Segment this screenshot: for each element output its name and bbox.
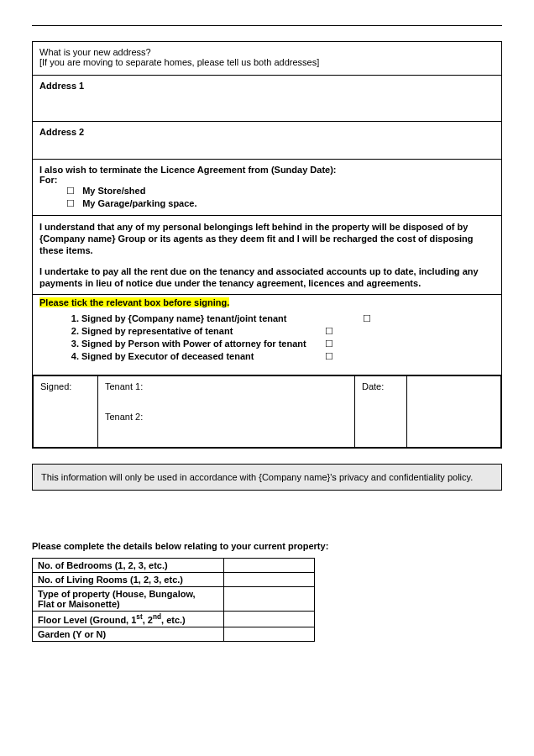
tenant1-label: Tenant 1:: [105, 381, 348, 391]
checkbox-icon[interactable]: ☐: [325, 325, 333, 338]
question-line1: What is your new address?: [39, 47, 495, 57]
sign-opt3-label: Signed by Person with Power of attorney …: [81, 339, 306, 349]
licence-option-garage: ☐ My Garage/parking space.: [66, 197, 495, 210]
tenant-signature-cell[interactable]: Tenant 1: Tenant 2:: [98, 375, 355, 447]
address-2-field[interactable]: Address 2: [33, 122, 501, 160]
date-label-cell: Date:: [355, 375, 407, 447]
terms-section: I understand that any of my personal bel…: [33, 216, 501, 295]
signed-label-cell: Signed:: [34, 375, 98, 447]
property-type-line1: Type of property (House, Bungalow,: [38, 589, 196, 599]
living-rooms-label: No. of Living Rooms (1, 2, 3, etc.): [33, 573, 224, 587]
sign-option-2: Signed by representative of tenant ☐: [81, 325, 495, 338]
main-form-box: What is your new address? [If you are mo…: [32, 41, 502, 449]
privacy-text: This information will only be used in ac…: [41, 472, 473, 482]
licence-opt2-label: My Garage/parking space.: [82, 198, 196, 208]
signing-options-section: Please tick the relevant box before sign…: [33, 295, 501, 375]
table-row: No. of Bedrooms (1, 2, 3, etc.): [33, 559, 315, 573]
tick-heading: Please tick the relevant box before sign…: [39, 297, 229, 307]
garden-field[interactable]: [224, 627, 315, 642]
address-1-field[interactable]: Address 1: [33, 76, 501, 122]
sign-option-3: Signed by Person with Power of attorney …: [81, 338, 495, 350]
property-type-field[interactable]: [224, 587, 315, 612]
property-section-heading: Please complete the details below relati…: [32, 541, 502, 551]
table-row: Floor Level (Ground, 1st, 2nd, etc.): [33, 612, 315, 627]
sign-opt1-label: Signed by {Company name} tenant/joint te…: [81, 313, 286, 323]
floor-level-field[interactable]: [224, 612, 315, 627]
new-address-question: What is your new address? [If you are mo…: [33, 42, 501, 76]
garden-label: Garden (Y or N): [33, 627, 224, 642]
privacy-notice: This information will only be used in ac…: [32, 464, 502, 491]
document-page: What is your new address? [If you are mo…: [0, 0, 534, 756]
living-rooms-field[interactable]: [224, 573, 315, 587]
sign-opt4-label: Signed by Executor of deceased tenant: [81, 351, 254, 361]
checkbox-icon[interactable]: ☐: [66, 198, 75, 208]
sign-opt2-label: Signed by representative of tenant: [81, 326, 233, 336]
property-details-table: No. of Bedrooms (1, 2, 3, etc.) No. of L…: [32, 558, 315, 642]
floor-pre: Floor Level (Ground, 1: [38, 615, 136, 625]
property-heading-text: Please complete the details below relati…: [32, 541, 326, 551]
address-2-label: Address 2: [39, 127, 84, 137]
floor-post: , etc.): [161, 615, 186, 625]
address-1-label: Address 1: [39, 81, 84, 91]
table-row: Type of property (House, Bungalow, Flat …: [33, 587, 315, 612]
top-rule: [32, 25, 502, 26]
licence-termination-section: I also wish to terminate the Licence Agr…: [33, 160, 501, 216]
property-type-line2: Flat or Maisonette): [38, 599, 120, 609]
floor-mid: , 2: [143, 615, 153, 625]
tenant2-label: Tenant 2:: [105, 412, 348, 422]
checkbox-icon[interactable]: ☐: [325, 338, 333, 350]
bedrooms-field[interactable]: [224, 559, 315, 573]
question-line2: [If you are moving to separate homes, pl…: [39, 57, 495, 67]
bedrooms-label: No. of Bedrooms (1, 2, 3, etc.): [33, 559, 224, 573]
checkbox-icon[interactable]: ☐: [325, 350, 333, 363]
floor-level-label: Floor Level (Ground, 1st, 2nd, etc.): [33, 612, 224, 627]
sign-option-1: Signed by {Company name} tenant/joint te…: [81, 312, 495, 325]
licence-heading: I also wish to terminate the Licence Agr…: [39, 165, 495, 175]
property-type-label: Type of property (House, Bungalow, Flat …: [33, 587, 224, 612]
licence-option-store: ☐ My Store/shed: [66, 185, 495, 197]
licence-opt1-label: My Store/shed: [82, 186, 145, 196]
table-row: Garden (Y or N): [33, 627, 315, 642]
checkbox-icon[interactable]: ☐: [363, 312, 371, 325]
checkbox-icon[interactable]: ☐: [66, 186, 75, 196]
table-row: No. of Living Rooms (1, 2, 3, etc.): [33, 573, 315, 587]
signature-section: Signed: Tenant 1: Tenant 2: Date:: [33, 375, 501, 448]
disposal-paragraph: I understand that any of my personal bel…: [39, 221, 495, 257]
sign-option-4: Signed by Executor of deceased tenant ☐: [81, 350, 495, 363]
signature-table: Signed: Tenant 1: Tenant 2: Date:: [33, 375, 501, 448]
date-value-cell[interactable]: [407, 375, 501, 447]
licence-for-label: For:: [39, 175, 495, 185]
rent-paragraph: I undertake to pay all the rent due on t…: [39, 265, 495, 290]
